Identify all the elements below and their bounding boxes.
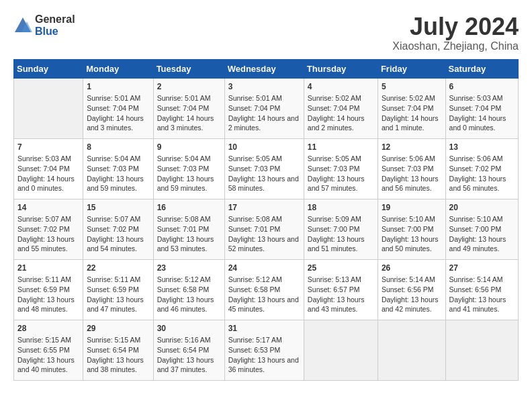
daylight-text: Daylight: 14 hours and 2 minutes. [228, 113, 300, 133]
calendar-cell: 11Sunrise: 5:05 AMSunset: 7:03 PMDayligh… [304, 138, 378, 199]
day-number: 18 [308, 202, 374, 214]
calendar-header-row: SundayMondayTuesdayWednesdayThursdayFrid… [14, 59, 519, 78]
daylight-text: Daylight: 13 hours and 41 minutes. [449, 295, 515, 314]
calendar-cell [14, 78, 83, 138]
sunrise-text: Sunrise: 5:05 AM [308, 154, 374, 164]
sunset-text: Sunset: 6:59 PM [87, 285, 149, 295]
sunset-text: Sunset: 7:02 PM [87, 224, 149, 234]
sunrise-text: Sunrise: 5:10 AM [449, 214, 515, 224]
day-number: 29 [87, 323, 149, 334]
day-header-tuesday: Tuesday [153, 59, 224, 78]
daylight-text: Daylight: 13 hours and 47 minutes. [87, 295, 149, 314]
sunrise-text: Sunrise: 5:03 AM [17, 154, 79, 164]
calendar-cell: 3Sunrise: 5:01 AMSunset: 7:04 PMDaylight… [224, 78, 304, 138]
calendar-cell: 2Sunrise: 5:01 AMSunset: 7:04 PMDaylight… [153, 78, 224, 138]
day-number: 13 [449, 142, 515, 153]
sunset-text: Sunset: 6:54 PM [157, 345, 221, 355]
calendar-cell: 14Sunrise: 5:07 AMSunset: 7:02 PMDayligh… [14, 199, 83, 259]
logo-icon [13, 16, 32, 35]
calendar-cell: 19Sunrise: 5:10 AMSunset: 7:00 PMDayligh… [378, 199, 445, 259]
daylight-text: Daylight: 14 hours and 1 minute. [382, 113, 442, 133]
daylight-text: Daylight: 13 hours and 40 minutes. [17, 355, 79, 375]
calendar-cell: 28Sunrise: 5:15 AMSunset: 6:55 PMDayligh… [14, 320, 83, 380]
sunrise-text: Sunrise: 5:14 AM [449, 275, 515, 285]
day-header-wednesday: Wednesday [224, 59, 304, 78]
daylight-text: Daylight: 13 hours and 46 minutes. [157, 295, 221, 314]
sunset-text: Sunset: 7:04 PM [157, 103, 221, 113]
sunrise-text: Sunrise: 5:04 AM [157, 154, 221, 164]
sunset-text: Sunset: 7:02 PM [449, 164, 515, 174]
calendar-cell: 9Sunrise: 5:04 AMSunset: 7:03 PMDaylight… [153, 138, 224, 199]
calendar-cell: 8Sunrise: 5:04 AMSunset: 7:03 PMDaylight… [83, 138, 153, 199]
day-header-saturday: Saturday [445, 59, 518, 78]
sunrise-text: Sunrise: 5:01 AM [87, 93, 149, 103]
calendar-cell [378, 320, 445, 380]
calendar-cell: 1Sunrise: 5:01 AMSunset: 7:04 PMDaylight… [83, 78, 153, 138]
day-number: 21 [17, 263, 79, 274]
calendar-cell: 16Sunrise: 5:08 AMSunset: 7:01 PMDayligh… [153, 199, 224, 259]
day-number: 8 [87, 142, 149, 153]
daylight-text: Daylight: 13 hours and 59 minutes. [157, 174, 221, 193]
daylight-text: Daylight: 13 hours and 42 minutes. [382, 295, 442, 314]
sunrise-text: Sunrise: 5:07 AM [87, 214, 149, 224]
daylight-text: Daylight: 13 hours and 48 minutes. [17, 295, 79, 314]
day-number: 15 [87, 202, 149, 214]
day-number: 16 [157, 202, 221, 214]
daylight-text: Daylight: 13 hours and 49 minutes. [449, 234, 515, 254]
sunset-text: Sunset: 6:56 PM [449, 285, 515, 295]
sunset-text: Sunset: 6:54 PM [87, 345, 149, 355]
calendar-cell: 10Sunrise: 5:05 AMSunset: 7:03 PMDayligh… [224, 138, 304, 199]
sunrise-text: Sunrise: 5:15 AM [17, 335, 79, 345]
day-number: 2 [157, 81, 221, 93]
calendar-table: SundayMondayTuesdayWednesdayThursdayFrid… [13, 59, 519, 381]
day-number: 26 [382, 263, 442, 274]
daylight-text: Daylight: 13 hours and 57 minutes. [308, 174, 374, 193]
calendar-cell: 29Sunrise: 5:15 AMSunset: 6:54 PMDayligh… [83, 320, 153, 380]
day-number: 31 [228, 323, 300, 334]
day-number: 28 [17, 323, 79, 334]
daylight-text: Daylight: 13 hours and 58 minutes. [228, 174, 300, 193]
sunrise-text: Sunrise: 5:02 AM [382, 93, 442, 103]
sunset-text: Sunset: 7:02 PM [17, 224, 79, 234]
sunrise-text: Sunrise: 5:12 AM [157, 275, 221, 285]
main-title: July 2024 [392, 13, 519, 40]
sunset-text: Sunset: 7:04 PM [87, 103, 149, 113]
daylight-text: Daylight: 14 hours and 0 minutes. [17, 174, 79, 193]
calendar-cell: 15Sunrise: 5:07 AMSunset: 7:02 PMDayligh… [83, 199, 153, 259]
calendar-cell: 5Sunrise: 5:02 AMSunset: 7:04 PMDaylight… [378, 78, 445, 138]
sunset-text: Sunset: 6:58 PM [157, 285, 221, 295]
sunrise-text: Sunrise: 5:11 AM [17, 275, 79, 285]
sunrise-text: Sunrise: 5:10 AM [382, 214, 442, 224]
day-number: 3 [228, 81, 300, 93]
daylight-text: Daylight: 13 hours and 56 minutes. [382, 174, 442, 193]
day-number: 17 [228, 202, 300, 214]
daylight-text: Daylight: 13 hours and 56 minutes. [449, 174, 515, 193]
calendar-cell: 22Sunrise: 5:11 AMSunset: 6:59 PMDayligh… [83, 259, 153, 320]
daylight-text: Daylight: 13 hours and 43 minutes. [308, 295, 374, 314]
sunrise-text: Sunrise: 5:01 AM [228, 93, 300, 103]
day-number: 9 [157, 142, 221, 153]
sunset-text: Sunset: 7:04 PM [382, 103, 442, 113]
day-number: 5 [382, 81, 442, 93]
daylight-text: Daylight: 13 hours and 54 minutes. [87, 234, 149, 254]
logo-text: General Blue [35, 13, 75, 37]
sunset-text: Sunset: 6:53 PM [228, 345, 300, 355]
day-number: 30 [157, 323, 221, 334]
sunset-text: Sunset: 7:00 PM [449, 224, 515, 234]
sunrise-text: Sunrise: 5:01 AM [157, 93, 221, 103]
day-number: 27 [449, 263, 515, 274]
daylight-text: Daylight: 13 hours and 50 minutes. [382, 234, 442, 254]
calendar-week-row: 21Sunrise: 5:11 AMSunset: 6:59 PMDayligh… [14, 259, 519, 320]
sunset-text: Sunset: 7:04 PM [308, 103, 374, 113]
sunset-text: Sunset: 7:03 PM [157, 164, 221, 174]
calendar-cell: 13Sunrise: 5:06 AMSunset: 7:02 PMDayligh… [445, 138, 518, 199]
sunset-text: Sunset: 6:59 PM [17, 285, 79, 295]
sunrise-text: Sunrise: 5:14 AM [382, 275, 442, 285]
logo-blue: Blue [35, 26, 75, 38]
sunrise-text: Sunrise: 5:05 AM [228, 154, 300, 164]
sunset-text: Sunset: 7:03 PM [382, 164, 442, 174]
calendar-cell: 7Sunrise: 5:03 AMSunset: 7:04 PMDaylight… [14, 138, 83, 199]
daylight-text: Daylight: 14 hours and 2 minutes. [308, 113, 374, 133]
title-block: July 2024 Xiaoshan, Zhejiang, China [392, 13, 519, 52]
day-header-thursday: Thursday [304, 59, 378, 78]
